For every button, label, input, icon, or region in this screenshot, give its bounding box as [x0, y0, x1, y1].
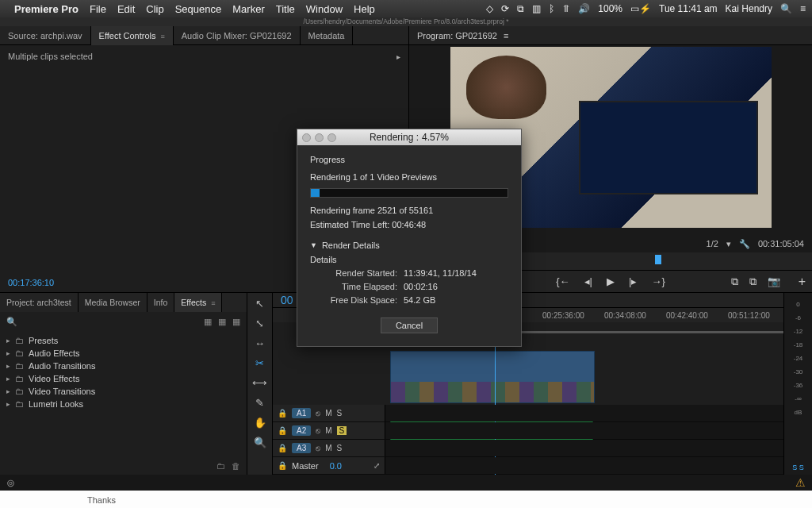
mark-in-icon[interactable]: {← [556, 275, 569, 287]
search-icon[interactable]: 🔍 [6, 317, 17, 327]
pen-tool-icon[interactable]: ✎ [255, 397, 264, 409]
volume-icon[interactable]: 🔊 [578, 3, 590, 14]
dialog-titlebar[interactable]: Rendering : 4.57% [297, 129, 521, 145]
hand-tool-icon[interactable]: ✋ [254, 417, 266, 429]
window-min-dot[interactable] [315, 133, 324, 142]
link-icon[interactable]: ⎋ [316, 444, 320, 452]
panel-menu-icon[interactable]: ≡ [211, 299, 215, 307]
step-fwd-icon[interactable]: |▸ [629, 275, 637, 287]
lock-icon[interactable]: 🔒 [278, 461, 287, 470]
selection-tool-icon[interactable]: ↖ [255, 298, 264, 310]
eta-status: Estimated Time Left: 00:46:48 [310, 220, 508, 229]
app-name[interactable]: Premiere Pro [14, 3, 79, 15]
track-label[interactable]: A1 [292, 408, 311, 418]
clock[interactable]: Tue 11:41 am [659, 3, 718, 14]
dropbox-icon[interactable]: ⧉ [517, 3, 524, 14]
lock-icon[interactable]: 🔒 [278, 444, 287, 452]
fx-folder-video-effects[interactable]: ▸🗀Video Effects [6, 372, 240, 385]
battery-icon[interactable]: ▭⚡ [630, 3, 651, 14]
menu-title[interactable]: Title [276, 3, 295, 15]
tab-metadata[interactable]: Metadata [301, 26, 354, 45]
warning-icon[interactable]: ⚠ [795, 476, 806, 489]
razor-tool-icon[interactable]: ✂ [255, 357, 264, 369]
video-clip[interactable] [390, 351, 595, 403]
extract-icon[interactable]: ⧉ [749, 275, 756, 288]
solo-toggle[interactable]: S [337, 409, 343, 418]
window-close-dot[interactable] [302, 133, 311, 142]
panel-menu-icon[interactable]: ≡ [161, 33, 165, 40]
menu-help[interactable]: Help [354, 3, 375, 15]
master-level[interactable]: 0.0 [330, 461, 342, 471]
bluetooth-icon[interactable]: ᛒ [549, 3, 554, 14]
track-select-tool-icon[interactable]: ⤡ [255, 318, 264, 329]
chevron-down-icon[interactable]: ▾ [726, 239, 731, 249]
tab-audio-mixer[interactable]: Audio Clip Mixer: GP021692 [174, 26, 301, 45]
meter-solo-indicators[interactable]: S S [792, 460, 804, 475]
sync-icon[interactable]: ⟳ [501, 3, 509, 14]
mark-out-icon[interactable]: →} [651, 275, 665, 287]
tab-source[interactable]: Source: archpi.wav [0, 26, 91, 45]
zoom-level[interactable]: 1/2 [707, 239, 718, 248]
fx-folder-presets[interactable]: ▸🗀Presets [6, 334, 240, 347]
tab-media-browser[interactable]: Media Browser [79, 293, 147, 312]
render-details-toggle[interactable]: ▼Render Details [310, 241, 508, 250]
playhead-marker[interactable] [655, 255, 661, 264]
spotlight-icon[interactable]: 🔍 [780, 3, 792, 14]
link-icon[interactable]: ⎋ [316, 409, 320, 418]
wifi-icon[interactable]: ⥣ [562, 3, 570, 14]
fx-folder-audio-transitions[interactable]: ▸🗀Audio Transitions [6, 360, 240, 372]
fx-folder-lumetri[interactable]: ▸🗀Lumetri Looks [6, 398, 240, 410]
creative-cloud-icon[interactable]: ⊚ [6, 477, 15, 489]
menu-marker[interactable]: Marker [232, 3, 264, 15]
new-bin-icon[interactable]: 🗀 [216, 461, 225, 471]
trash-icon[interactable]: 🗑 [232, 461, 240, 471]
lock-icon[interactable]: 🔒 [278, 409, 287, 418]
tab-info[interactable]: Info [147, 293, 175, 312]
chevron-right-icon[interactable]: ▸ [396, 52, 400, 61]
export-frame-icon[interactable]: 📷 [768, 275, 780, 288]
menu-file[interactable]: File [90, 3, 106, 15]
ruler-tick: 00:51:12:00 [728, 311, 770, 320]
settings-wrench-icon[interactable]: 🔧 [739, 239, 750, 249]
lift-icon[interactable]: ⧉ [731, 275, 738, 288]
expand-icon[interactable]: ⤢ [373, 461, 380, 470]
notification-icon[interactable]: ◇ [486, 3, 493, 14]
menu-sequence[interactable]: Sequence [175, 3, 222, 15]
menu-clip[interactable]: Clip [146, 3, 163, 15]
battery-percent[interactable]: 100% [598, 3, 622, 14]
progress-bar [310, 188, 508, 198]
panel-menu-icon[interactable]: ≡ [504, 31, 508, 40]
add-button-icon[interactable]: + [799, 275, 806, 289]
mute-toggle[interactable]: M [325, 409, 331, 418]
track-label[interactable]: A3 [292, 443, 311, 453]
step-back-icon[interactable]: ◂| [584, 275, 592, 287]
user-name[interactable]: Kai Hendry [726, 3, 772, 14]
cancel-button[interactable]: Cancel [381, 318, 438, 333]
fx-badge-icon[interactable]: ▦ [204, 317, 212, 327]
zoom-tool-icon[interactable]: 🔍 [254, 437, 266, 448]
fx-yuv-icon[interactable]: ▦ [232, 317, 240, 327]
fx-folder-video-transitions[interactable]: ▸🗀Video Transitions [6, 385, 240, 398]
lock-icon[interactable]: 🔒 [278, 426, 287, 435]
cc-status-icon[interactable]: ▥ [532, 3, 541, 14]
mute-toggle[interactable]: M [325, 444, 331, 452]
play-icon[interactable]: ▶ [607, 275, 615, 287]
tab-effect-controls[interactable]: Effect Controls≡ [91, 26, 174, 45]
ripple-tool-icon[interactable]: ↔ [255, 337, 265, 349]
solo-toggle[interactable]: S [337, 444, 343, 452]
details-subheading: Details [310, 255, 508, 264]
fx-folder-audio-effects[interactable]: ▸🗀Audio Effects [6, 347, 240, 360]
source-timecode[interactable]: 00:17:36:10 [8, 278, 54, 287]
tab-project[interactable]: Project: arch3test [0, 293, 79, 312]
menu-window[interactable]: Window [306, 3, 343, 15]
window-max-dot[interactable] [327, 133, 336, 142]
fx-32-icon[interactable]: ▦ [218, 317, 226, 327]
solo-toggle[interactable]: S [337, 426, 347, 435]
tab-effects[interactable]: Effects≡ [174, 293, 222, 312]
link-icon[interactable]: ⎋ [316, 426, 320, 435]
mute-toggle[interactable]: M [325, 426, 331, 435]
track-label[interactable]: A2 [292, 425, 311, 436]
slip-tool-icon[interactable]: ⟷ [252, 377, 267, 389]
menu-edit[interactable]: Edit [117, 3, 135, 15]
menu-extra-icon[interactable]: ≡ [800, 3, 806, 14]
